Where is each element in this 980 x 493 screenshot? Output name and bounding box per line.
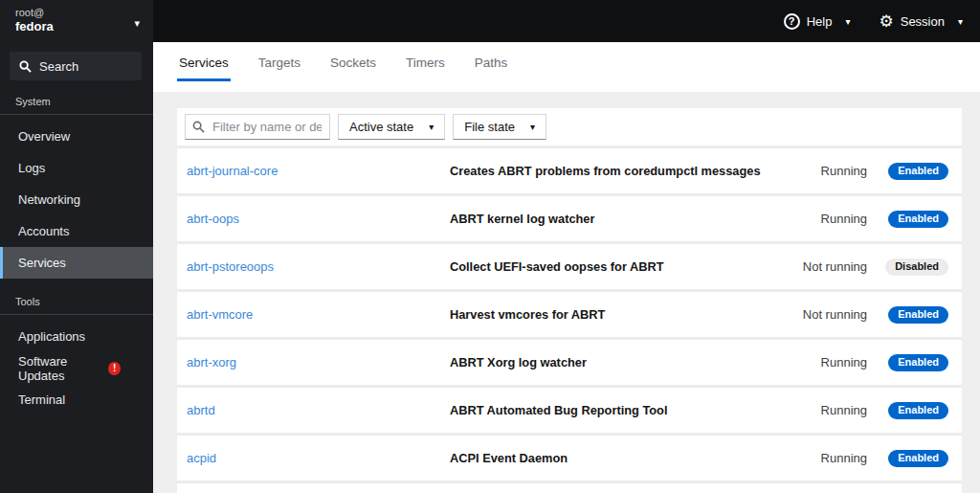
service-active-state: Running (821, 164, 880, 178)
filter-field-wrap (185, 114, 330, 140)
sidebar-search-label: Search (39, 59, 78, 74)
sidebar-item-overview[interactable]: Overview (0, 121, 153, 152)
tab-sockets[interactable]: Sockets (328, 56, 378, 81)
tab-paths[interactable]: Paths (473, 56, 510, 81)
sidebar-item-networking[interactable]: Networking (0, 184, 153, 215)
sidebar-section: System Overview Logs Networking Accounts… (0, 92, 153, 279)
tab-label: Targets (258, 56, 301, 70)
sidebar-item-terminal[interactable]: Terminal (0, 384, 153, 415)
alert-badge: ! (108, 362, 121, 375)
sidebar: root@ fedora ▾ Search System Overview Lo… (0, 0, 153, 493)
gear-icon: ⚙ (879, 13, 893, 30)
sidebar-item-label: Software Updates (18, 354, 108, 383)
service-file-state-badge: Enabled (888, 306, 948, 324)
chevron-down-icon: ▾ (429, 122, 434, 132)
sidebar-item-label: Services (18, 256, 66, 270)
file-state-label: File state (464, 120, 515, 134)
filter-toolbar: Active state ▾ File state ▾ (177, 108, 962, 146)
main-area: ? Help ▾ ⚙ Session ▾ Services Targets So… (153, 0, 980, 493)
chevron-down-icon: ▾ (134, 17, 140, 30)
chevron-down-icon: ▾ (958, 16, 963, 27)
service-file-state-badge: Disabled (885, 258, 948, 276)
service-name-link[interactable]: abrt-pstoreoops (187, 259, 450, 274)
tab-label: Services (179, 56, 229, 70)
sidebar-section-title: System (0, 92, 153, 114)
service-row[interactable]: abrt-oops ABRT kernel log watcher Runnin… (177, 196, 962, 241)
service-name-link[interactable]: acpid (187, 451, 450, 465)
file-state-dropdown[interactable]: File state ▾ (453, 114, 546, 140)
service-active-state: Running (821, 451, 880, 465)
tab-bar: Services Targets Sockets Timers Paths (153, 42, 980, 92)
session-menu[interactable]: ⚙ Session ▾ (879, 13, 963, 30)
service-row[interactable]: abrtd ABRT Automated Bug Reporting Tool … (177, 388, 962, 433)
session-label: Session (901, 14, 945, 29)
service-file-state-badge: Enabled (888, 211, 948, 228)
service-description: Harvest vmcores for ABRT (450, 307, 803, 322)
active-state-label: Active state (349, 120, 413, 134)
sidebar-item-logs[interactable]: Logs (0, 152, 153, 184)
sidebar-section-title: Tools (0, 292, 153, 314)
sidebar-item-label: Applications (18, 329, 85, 344)
masthead: ? Help ▾ ⚙ Session ▾ (153, 0, 980, 42)
service-file-state-badge: Enabled (888, 402, 948, 419)
sidebar-item-software-updates[interactable]: Software Updates ! (0, 352, 153, 384)
service-description: ABRT Automated Bug Reporting Tool (450, 403, 821, 417)
service-file-state-badge: Enabled (888, 450, 948, 467)
service-active-state: Running (821, 355, 880, 370)
help-menu[interactable]: ? Help ▾ (784, 13, 851, 30)
service-active-state: Running (821, 212, 880, 226)
services-table: abrt-journal-core Creates ABRT problems … (177, 148, 962, 493)
sidebar-section: Tools Applications Software Updates ! Te… (0, 292, 153, 415)
host-name: fedora (15, 19, 140, 34)
search-icon (19, 60, 32, 73)
service-name-link[interactable]: abrt-oops (187, 212, 450, 226)
service-description: Collect UEFI-saved oopses for ABRT (450, 259, 803, 274)
tab-label: Sockets (330, 56, 376, 70)
help-label: Help (807, 14, 833, 29)
service-row[interactable]: abrt-journal-core Creates ABRT problems … (177, 148, 962, 193)
service-row[interactable]: abrt-pstoreoops Collect UEFI-saved oopse… (177, 244, 962, 289)
sidebar-item-label: Overview (18, 129, 70, 144)
page-content: Active state ▾ File state ▾ abrt-journal… (153, 92, 980, 493)
service-name-link[interactable]: abrt-vmcore (187, 307, 450, 322)
sidebar-item-applications[interactable]: Applications (0, 321, 153, 352)
service-name-link[interactable]: abrt-xorg (187, 355, 450, 370)
service-name-link[interactable]: abrtd (187, 403, 450, 417)
tab-services[interactable]: Services (177, 56, 231, 81)
active-state-dropdown[interactable]: Active state ▾ (338, 114, 445, 140)
service-row-partial[interactable] (177, 483, 962, 493)
sidebar-nav: System Overview Logs Networking Accounts… (0, 80, 153, 415)
host-user: root@ (15, 7, 140, 19)
service-description: Creates ABRT problems from coredumpctl m… (450, 164, 821, 178)
tab-targets[interactable]: Targets (256, 56, 302, 81)
search-icon (192, 121, 205, 133)
services-card: Active state ▾ File state ▾ abrt-journal… (177, 108, 962, 493)
filter-input[interactable] (185, 114, 330, 140)
service-file-state-badge: Enabled (888, 163, 948, 180)
sidebar-item-accounts[interactable]: Accounts (0, 215, 153, 247)
tab-label: Timers (406, 56, 445, 70)
sidebar-item-label: Terminal (18, 392, 65, 407)
service-description: ABRT Xorg log watcher (450, 355, 821, 370)
cockpit-app: root@ fedora ▾ Search System Overview Lo… (0, 0, 980, 493)
service-active-state: Running (821, 403, 880, 417)
sidebar-search-input[interactable]: Search (10, 52, 142, 80)
sidebar-item-label: Logs (18, 161, 45, 175)
sidebar-item-label: Networking (18, 192, 80, 207)
help-icon: ? (784, 13, 800, 30)
chevron-down-icon: ▾ (530, 122, 535, 132)
service-row[interactable]: acpid ACPI Event Daemon Running Enabled (177, 436, 962, 481)
host-switcher[interactable]: root@ fedora ▾ (0, 0, 153, 42)
service-row[interactable]: abrt-vmcore Harvest vmcores for ABRT Not… (177, 292, 962, 337)
service-active-state: Not running (803, 259, 880, 274)
service-file-state-badge: Enabled (888, 354, 948, 371)
sidebar-item-services[interactable]: Services (0, 247, 153, 279)
tab-label: Paths (475, 56, 508, 70)
tab-timers[interactable]: Timers (404, 56, 447, 81)
chevron-down-icon: ▾ (845, 16, 850, 27)
service-description: ACPI Event Daemon (450, 451, 821, 465)
service-description: ABRT kernel log watcher (450, 212, 821, 226)
service-active-state: Not running (803, 307, 880, 322)
service-name-link[interactable]: abrt-journal-core (187, 164, 450, 178)
service-row[interactable]: abrt-xorg ABRT Xorg log watcher Running … (177, 340, 962, 385)
